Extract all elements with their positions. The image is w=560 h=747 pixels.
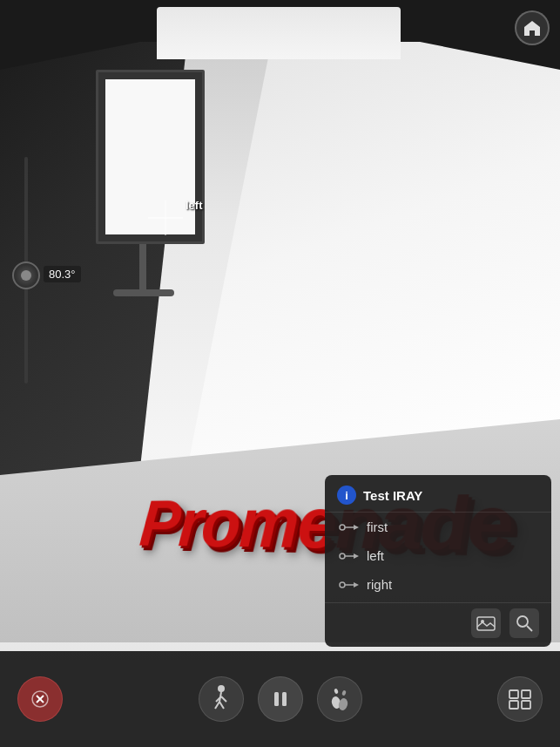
svg-line-18: [215, 702, 219, 709]
toolbar-left: [17, 676, 63, 722]
walk-button[interactable]: [199, 676, 244, 722]
search-icon: [516, 615, 533, 632]
layout-button[interactable]: [497, 676, 543, 722]
footstep-button[interactable]: [317, 676, 362, 722]
toolbar-right: [497, 676, 543, 722]
camera-panel: i Test IRAY first left: [325, 475, 551, 647]
gallery-icon: [476, 615, 496, 632]
camera-svg-left: [339, 550, 360, 562]
angle-slider[interactable]: 80.3°: [0, 157, 52, 384]
bottom-toolbar: [0, 651, 560, 747]
svg-marker-2: [354, 525, 359, 530]
svg-rect-30: [509, 701, 518, 709]
layout-icon: [508, 689, 532, 710]
svg-point-0: [340, 525, 345, 530]
monitor-base: [113, 289, 174, 296]
close-button[interactable]: [17, 676, 63, 722]
home-icon: [523, 18, 542, 37]
footstep-icon: [327, 687, 352, 711]
svg-rect-23: [282, 692, 287, 706]
svg-point-16: [218, 685, 225, 692]
panel-header: i Test IRAY: [325, 486, 551, 513]
monitor-pole: [139, 244, 146, 296]
camera-icon-first: [337, 520, 361, 534]
svg-point-27: [341, 689, 347, 696]
close-icon: [30, 689, 50, 709]
home-button[interactable]: [515, 10, 550, 45]
svg-line-21: [221, 696, 226, 702]
viewport: left Promenade 80.3° i Test IRAY: [0, 0, 560, 747]
svg-marker-8: [354, 582, 359, 587]
ceiling-light: [157, 7, 401, 59]
svg-line-12: [527, 626, 532, 631]
svg-rect-29: [522, 690, 530, 698]
camera-icon-right: [337, 578, 361, 592]
crosshair: [148, 200, 183, 235]
crosshair-label: left: [186, 199, 203, 212]
camera-svg-right: [339, 579, 360, 591]
slider-thumb[interactable]: [12, 261, 40, 289]
monitor-stand: [87, 70, 213, 296]
svg-marker-5: [354, 553, 359, 559]
slider-value: 80.3°: [44, 266, 81, 282]
svg-point-11: [517, 616, 528, 627]
panel-item-first[interactable]: first: [325, 513, 551, 541]
panel-title: Test IRAY: [363, 488, 422, 503]
svg-rect-28: [509, 690, 518, 698]
camera-svg-first: [339, 521, 360, 533]
pause-icon: [269, 688, 292, 710]
panel-item-label-first: first: [367, 520, 388, 534]
gallery-button[interactable]: [471, 608, 501, 638]
svg-rect-9: [477, 617, 495, 630]
panel-info-icon: i: [337, 486, 356, 505]
svg-rect-22: [274, 692, 279, 706]
panel-footer: [325, 602, 551, 640]
panel-item-right[interactable]: right: [325, 570, 551, 599]
toolbar-center: [199, 676, 362, 722]
search-button[interactable]: [509, 608, 539, 638]
svg-point-25: [334, 688, 339, 694]
svg-line-19: [219, 702, 224, 709]
svg-point-6: [340, 582, 345, 587]
svg-point-3: [340, 553, 345, 559]
panel-item-label-left: left: [367, 548, 384, 563]
walk-icon: [209, 684, 233, 714]
pause-button[interactable]: [258, 676, 303, 722]
panel-item-left[interactable]: left: [325, 541, 551, 570]
panel-item-label-right: right: [367, 577, 392, 592]
svg-rect-31: [522, 701, 530, 709]
camera-icon-left: [337, 549, 361, 563]
